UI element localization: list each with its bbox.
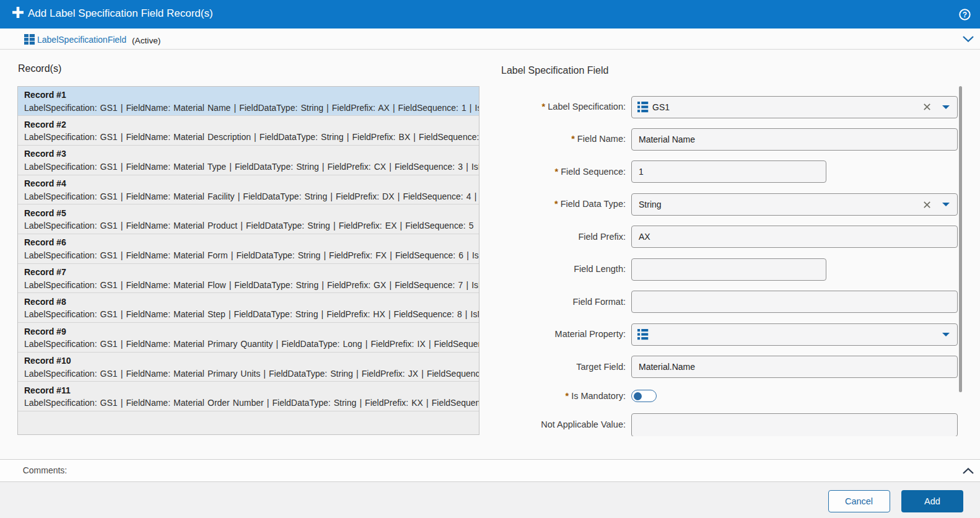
svg-text:?: ? [963,10,967,19]
